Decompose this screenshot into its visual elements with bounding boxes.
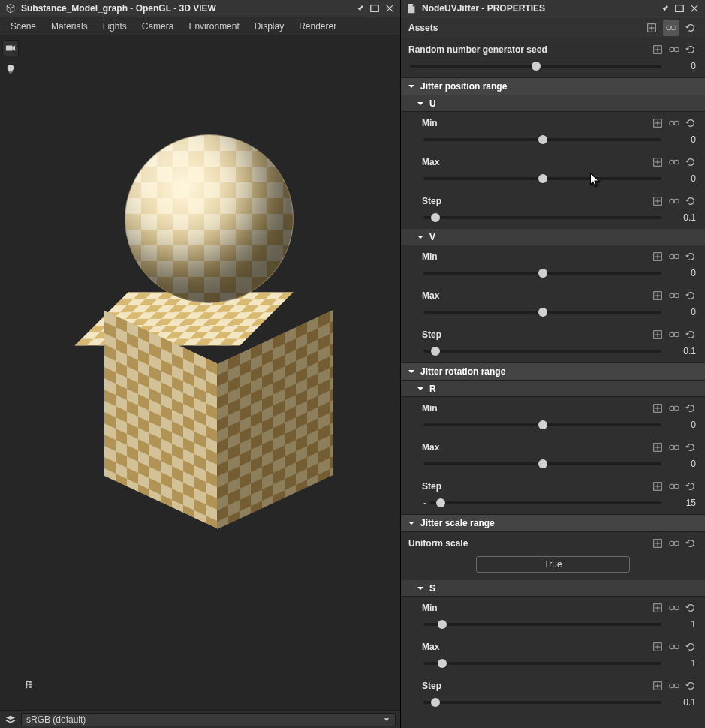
pin-icon[interactable] xyxy=(354,2,366,14)
menu-camera[interactable]: Camera xyxy=(134,18,182,35)
link-icon[interactable] xyxy=(667,328,681,341)
section-jitter-scale[interactable]: Jitter scale range xyxy=(401,514,705,532)
expose-icon[interactable] xyxy=(651,640,664,654)
reset-icon[interactable] xyxy=(684,328,697,341)
menu-materials[interactable]: Materials xyxy=(44,18,95,35)
link-icon[interactable] xyxy=(667,537,681,550)
document-icon xyxy=(405,2,417,14)
pin-icon[interactable] xyxy=(658,2,670,14)
3d-scene xyxy=(110,217,312,517)
link-icon[interactable] xyxy=(667,640,681,654)
expose-icon[interactable] xyxy=(651,402,664,415)
v-max-slider[interactable] xyxy=(423,311,661,314)
3d-viewport[interactable] xyxy=(21,35,400,710)
hierarchy-icon[interactable] xyxy=(24,678,36,690)
seed-value: 0 xyxy=(669,61,696,71)
colorspace-dropdown[interactable]: sRGB (default) xyxy=(21,713,396,726)
section-jitter-rotation[interactable]: Jitter rotation range xyxy=(401,362,705,381)
subsection-r[interactable]: R xyxy=(401,381,705,397)
reset-icon[interactable] xyxy=(684,289,697,302)
maximize-icon[interactable] xyxy=(369,2,381,14)
link-icon[interactable] xyxy=(667,116,681,130)
reset-icon[interactable] xyxy=(684,640,697,654)
u-step-slider[interactable] xyxy=(423,216,661,219)
reset-icon[interactable] xyxy=(684,155,697,169)
viewport-statusbar: sRGB (default) xyxy=(0,710,400,728)
reset-icon[interactable] xyxy=(684,441,697,454)
reset-icon[interactable] xyxy=(684,250,697,263)
menu-environment[interactable]: Environment xyxy=(181,18,246,35)
r-step-slider[interactable] xyxy=(429,501,661,504)
menu-display[interactable]: Display xyxy=(247,18,291,35)
r-max-slider[interactable] xyxy=(423,462,661,465)
v-min-slider[interactable] xyxy=(423,272,661,275)
chevron-down-icon xyxy=(407,82,416,91)
uniform-scale-toggle[interactable]: True xyxy=(476,556,630,573)
seed-slider[interactable] xyxy=(410,65,661,68)
layers-icon[interactable] xyxy=(5,714,17,726)
link-icon[interactable] xyxy=(667,679,681,693)
expose-icon[interactable] xyxy=(651,43,664,56)
s-step-slider[interactable] xyxy=(423,701,661,704)
u-min-slider[interactable] xyxy=(423,138,661,141)
chevron-down-icon xyxy=(407,519,416,528)
reset-icon[interactable] xyxy=(684,402,697,415)
expose-icon[interactable] xyxy=(651,194,664,208)
expose-icon[interactable] xyxy=(651,289,664,302)
expose-icon[interactable] xyxy=(651,116,664,130)
expose-icon[interactable] xyxy=(651,537,664,550)
u-min-value: 0 xyxy=(669,134,696,145)
s-max-slider[interactable] xyxy=(423,662,661,665)
close-icon[interactable] xyxy=(688,2,700,14)
reset-icon[interactable] xyxy=(684,194,697,208)
link-icon[interactable] xyxy=(667,289,681,302)
close-icon[interactable] xyxy=(384,2,396,14)
link-icon[interactable] xyxy=(667,194,681,208)
subsection-v[interactable]: V xyxy=(401,229,705,245)
menu-renderer[interactable]: Renderer xyxy=(291,18,344,35)
expose-icon[interactable] xyxy=(651,679,664,693)
reset-icon[interactable] xyxy=(684,601,697,615)
subsection-s[interactable]: S xyxy=(401,580,705,597)
menu-scene[interactable]: Scene xyxy=(3,18,44,35)
reset-icon[interactable] xyxy=(684,43,697,56)
expose-icon[interactable] xyxy=(651,601,664,615)
reset-icon[interactable] xyxy=(684,480,697,493)
v-step-slider[interactable] xyxy=(423,350,661,353)
v-step-label: Step xyxy=(422,329,651,340)
subsection-u[interactable]: U xyxy=(401,95,705,112)
section-jitter-position[interactable]: Jitter position range xyxy=(401,77,705,95)
link-icon[interactable] xyxy=(667,402,681,415)
link-icon[interactable] xyxy=(667,43,681,56)
s-min-slider[interactable] xyxy=(423,623,661,626)
menu-lights[interactable]: Lights xyxy=(95,18,134,35)
reset-icon[interactable] xyxy=(682,20,699,36)
r-min-value: 0 xyxy=(669,420,696,430)
expose-icon[interactable] xyxy=(651,250,664,263)
properties-scroll[interactable]: Random number generator seed 0 Jitter po… xyxy=(401,38,705,728)
link-icon[interactable] xyxy=(667,480,681,493)
reset-icon[interactable] xyxy=(684,537,697,550)
v-min-value: 0 xyxy=(669,268,696,278)
properties-panel: NodeUVJitter - PROPERTIES Assets Random … xyxy=(401,0,705,728)
expose-icon[interactable] xyxy=(651,328,664,341)
u-max-value: 0 xyxy=(669,173,696,184)
link-icon[interactable] xyxy=(663,20,679,36)
expose-icon[interactable] xyxy=(651,441,664,454)
link-icon[interactable] xyxy=(667,441,681,454)
light-tool-button[interactable] xyxy=(2,61,19,77)
link-icon[interactable] xyxy=(667,250,681,263)
reset-icon[interactable] xyxy=(684,116,697,130)
expose-icon[interactable] xyxy=(651,480,664,493)
s-max-label: Max xyxy=(422,642,651,652)
expose-icon[interactable] xyxy=(651,155,664,169)
link-icon[interactable] xyxy=(667,155,681,169)
r-min-slider[interactable] xyxy=(423,423,661,426)
reset-icon[interactable] xyxy=(684,679,697,693)
camera-tool-button[interactable] xyxy=(2,40,19,56)
link-icon[interactable] xyxy=(667,601,681,615)
expose-icon[interactable] xyxy=(643,20,660,36)
u-max-slider[interactable] xyxy=(423,177,661,180)
r-min-label: Min xyxy=(422,403,651,414)
maximize-icon[interactable] xyxy=(673,2,685,14)
